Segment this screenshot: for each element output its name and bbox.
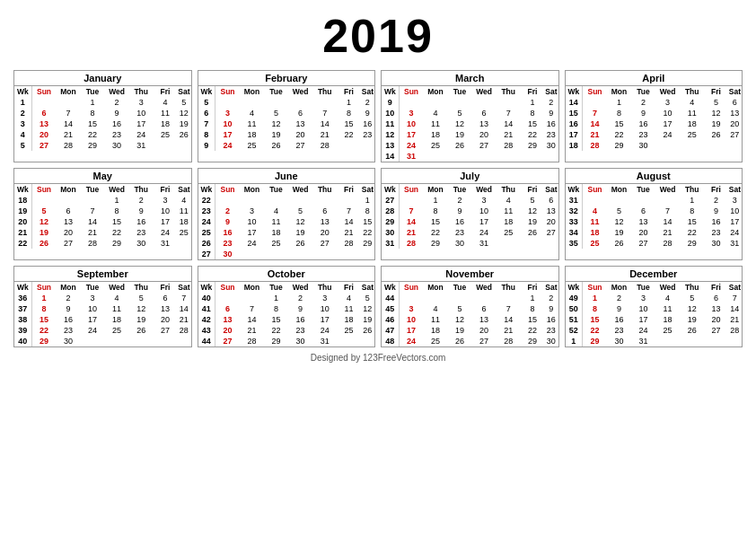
day-cell: [129, 336, 154, 346]
day-cell: 13: [312, 216, 337, 227]
day-cell: 22: [31, 325, 56, 336]
day-cell: 3: [312, 293, 337, 303]
week-number: 25: [198, 227, 215, 238]
table-row: 1293031: [566, 336, 743, 346]
day-cell: 6: [154, 293, 178, 303]
month-title: July: [382, 169, 558, 184]
day-cell: 10: [631, 303, 655, 314]
table-row: 3311121314151617: [566, 216, 743, 227]
col-header-mon: Mon: [56, 86, 80, 97]
table-row: 249101112131415: [198, 216, 375, 227]
day-cell: [471, 293, 496, 303]
col-header-wk: Wk: [14, 282, 31, 293]
week-number: 13: [382, 140, 399, 151]
day-cell: 6: [728, 97, 742, 108]
day-cell: 24: [655, 129, 680, 140]
day-cell: 15: [521, 118, 545, 129]
day-cell: 11: [154, 108, 178, 118]
day-cell: 25: [177, 227, 190, 238]
col-header-sat: Sat: [361, 86, 374, 97]
day-cell: [423, 293, 447, 303]
week-number: 37: [14, 303, 31, 314]
day-cell: 16: [288, 314, 312, 325]
day-cell: 9: [544, 108, 558, 118]
day-cell: [399, 293, 423, 303]
week-number: 49: [566, 293, 583, 303]
day-cell: 22: [423, 227, 447, 238]
year-title: 2019: [13, 9, 743, 63]
col-header-sat: Sat: [177, 184, 190, 195]
day-cell: 20: [215, 325, 240, 336]
day-cell: 2: [631, 97, 655, 108]
week-number: 31: [566, 195, 583, 206]
col-header-wk: Wk: [382, 184, 399, 195]
table-row: 52728293031: [14, 140, 191, 151]
day-cell: 30: [607, 336, 631, 346]
day-cell: 6: [631, 206, 655, 216]
col-header-thu: Thu: [129, 282, 154, 293]
day-cell: [448, 293, 472, 303]
day-cell: 20: [154, 314, 178, 325]
col-header-tue: Tue: [264, 86, 288, 97]
day-cell: 14: [177, 303, 190, 314]
day-cell: 19: [607, 227, 631, 238]
day-cell: 7: [728, 293, 742, 303]
day-cell: 24: [154, 227, 178, 238]
table-row: 26789101112: [14, 108, 191, 118]
month-title: January: [14, 71, 191, 86]
day-cell: 21: [728, 314, 742, 325]
day-cell: 6: [544, 195, 558, 206]
week-number: 51: [566, 314, 583, 325]
day-cell: 21: [337, 227, 361, 238]
day-cell: 5: [521, 195, 545, 206]
week-number: 29: [382, 216, 399, 227]
day-cell: 3: [154, 195, 178, 206]
table-row: 1578910111213: [566, 108, 743, 118]
table-row: 4213141516171819: [198, 314, 375, 325]
col-header-fri: Fri: [521, 282, 545, 293]
day-cell: 21: [497, 129, 521, 140]
day-cell: 8: [337, 108, 361, 118]
day-cell: 13: [544, 206, 558, 216]
day-cell: 20: [704, 314, 728, 325]
day-cell: 25: [154, 129, 178, 140]
day-cell: [215, 97, 240, 108]
col-header-mon: Mon: [240, 86, 264, 97]
week-number: 5: [198, 97, 215, 108]
day-cell: 28: [583, 140, 607, 151]
col-header-thu: Thu: [680, 184, 704, 195]
col-header-wk: Wk: [198, 184, 215, 195]
col-header-wed: Wed: [471, 184, 496, 195]
col-header-fri: Fri: [704, 184, 728, 195]
day-cell: 23: [129, 227, 154, 238]
day-cell: 5: [448, 303, 472, 314]
day-cell: 25: [583, 238, 607, 249]
day-cell: 30: [544, 140, 558, 151]
day-cell: [215, 293, 240, 303]
table-row: 912: [382, 97, 558, 108]
day-cell: 24: [240, 238, 264, 249]
day-cell: 4: [423, 108, 447, 118]
day-cell: 12: [448, 314, 472, 325]
day-cell: 21: [655, 227, 680, 238]
day-cell: 3: [655, 97, 680, 108]
col-header-thu: Thu: [497, 184, 521, 195]
month-title: December: [566, 267, 743, 282]
day-cell: 15: [521, 314, 545, 325]
day-cell: 16: [607, 314, 631, 325]
week-number: 9: [382, 97, 399, 108]
day-cell: 1: [521, 97, 545, 108]
day-cell: 29: [680, 238, 704, 249]
day-cell: 25: [497, 227, 521, 238]
day-cell: 1: [423, 195, 447, 206]
col-header-wed: Wed: [471, 86, 496, 97]
week-number: 34: [566, 227, 583, 238]
day-cell: 11: [583, 216, 607, 227]
day-cell: [448, 97, 472, 108]
day-cell: 18: [104, 314, 128, 325]
day-cell: [264, 97, 288, 108]
day-cell: [312, 249, 337, 259]
week-number: 24: [198, 216, 215, 227]
month-block-november: NovemberWkSunMonTueWedThuFriSat441245345…: [381, 266, 559, 347]
col-header-thu: Thu: [312, 282, 337, 293]
